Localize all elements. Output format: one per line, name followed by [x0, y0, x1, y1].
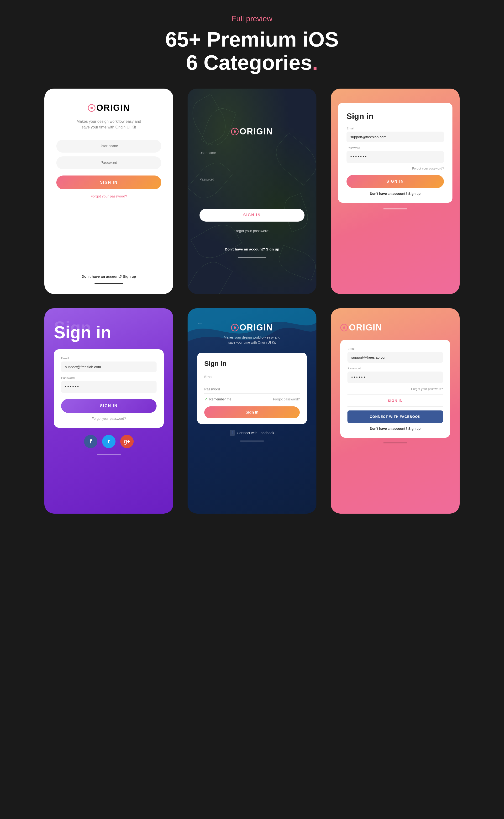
phone6-password-input[interactable] [347, 371, 443, 383]
phone2-password-input[interactable] [199, 183, 305, 194]
phone5-forgot-link[interactable]: Forgot password? [273, 397, 300, 401]
phone3-card-title: Sign in [347, 111, 444, 121]
phone4-title: Sign in [54, 322, 164, 342]
phone6-home-indicator [383, 443, 407, 444]
phone-grid-row1: ORIGIN Makes your design workflow easy a… [44, 89, 460, 294]
phone1-home-indicator [95, 283, 123, 284]
phone1-signup-text: Don't have an account? Sign up [82, 265, 136, 278]
phone3-card: Sign in Email Password Forgot your passw… [338, 103, 452, 203]
phone2-home-indicator [238, 257, 266, 258]
phone5-content: ← ORIGIN Makes your design workflow easy… [197, 320, 307, 442]
phone5-tagline: Makes your design workflow easy andsave … [224, 335, 280, 345]
phone6-email-label: Email [347, 347, 443, 350]
googleplus-icon[interactable]: g+ [120, 435, 134, 448]
phone4-signin-button[interactable]: SIGN IN [61, 399, 157, 413]
phone3-email-input[interactable] [347, 132, 444, 142]
phone4-password-input[interactable] [61, 381, 157, 393]
phone5-remember-row: ✓ Remember me Forgot password? [204, 397, 300, 401]
logo-icon-1 [88, 104, 95, 112]
phone3-email-label: Email [347, 126, 444, 130]
logo-icon-5 [231, 324, 239, 331]
phone-2-dark: ORIGIN User name Password SIGN IN Forgot… [188, 89, 316, 294]
phone6-connect-fb-button[interactable]: CONNECT WITH FACEBOOK [347, 411, 443, 423]
phone-3-coral: Sign in Email Password Forgot your passw… [331, 89, 460, 294]
phone4-card: Email Password SIGN IN Forgot your passw… [54, 349, 164, 428]
phone4-email-label: Email [61, 356, 157, 360]
phone6-email-input[interactable] [347, 352, 443, 363]
phone5-back-arrow[interactable]: ← [197, 320, 203, 327]
phone2-username-input[interactable] [199, 156, 305, 168]
phone1-signin-button[interactable]: SIGN IN [56, 175, 161, 189]
phone1-username-input[interactable] [56, 140, 161, 153]
logo-icon-2 [231, 128, 239, 135]
phone5-home-indicator [240, 441, 264, 442]
phone2-content: ORIGIN User name Password SIGN IN Forgot… [199, 126, 305, 258]
phone1-forgot-link[interactable]: Forgot your password? [90, 194, 127, 198]
phone1-logo: ORIGIN [88, 103, 130, 113]
phone-grid-row2: Sign Sign in Email Password SIGN IN Forg… [44, 308, 460, 514]
phone6-signin-link[interactable]: SIGN IN [347, 394, 443, 406]
phone6-logo: ORIGIN [340, 322, 450, 332]
phone3-home-indicator [383, 208, 407, 209]
phone4-social-icons: f t g+ [54, 435, 164, 448]
phone5-remember-label: Remember me [209, 397, 231, 401]
header-subtitle: Full preview [165, 14, 339, 23]
phone2-username-label: User name [199, 151, 305, 155]
phone3-signin-button[interactable]: SIGN IN [347, 175, 444, 188]
header-title: 65+ Premium iOS 6 Categories. [165, 28, 339, 74]
phone-5-blue: ← ORIGIN Makes your design workflow easy… [188, 308, 316, 514]
phone6-password-label: Password [347, 366, 443, 370]
phone-6-coral2: ORIGIN Email Password Forgot your passwo… [331, 308, 460, 514]
phone3-password-input[interactable] [347, 151, 444, 163]
phone6-signup-text: Don't have an account? Sign up [347, 427, 443, 431]
phone4-home-indicator [97, 454, 121, 455]
phone-4-purple: Sign Sign in Email Password SIGN IN Forg… [44, 308, 173, 514]
check-icon: ✓ [204, 397, 207, 401]
phone2-forgot-link[interactable]: Forgot your password? [234, 229, 270, 233]
phone4-forgot-link[interactable]: Forgot your password? [61, 417, 157, 421]
twitter-icon[interactable]: t [102, 435, 115, 448]
phone5-signin-button[interactable]: Sign In [204, 406, 300, 418]
phone3-signup-text: Don't have an account? Sign up [347, 192, 444, 195]
phone5-email-input[interactable] [204, 372, 300, 381]
phone5-connect-fb[interactable]: f Connect with Facebook [230, 430, 274, 436]
phone2-password-label: Password [199, 177, 305, 181]
phone5-card: Sign In ✓ Remember me Forgot password? S… [197, 353, 307, 424]
phone6-forgot-link[interactable]: Forgot your password? [347, 387, 443, 390]
phone3-password-label: Password [347, 146, 444, 150]
phone1-password-input[interactable] [56, 156, 161, 169]
phone5-password-input[interactable] [204, 385, 300, 394]
phone2-signup-text: Don't have an account? Sign up [225, 247, 279, 251]
phone2-logo: ORIGIN [231, 126, 273, 137]
phone6-card: Email Password Forgot your password? SIG… [340, 340, 450, 438]
phone3-forgot-link[interactable]: Forgot your password? [347, 167, 444, 170]
phone5-logo: ORIGIN [231, 322, 273, 332]
phone5-card-title: Sign In [204, 360, 300, 367]
phone4-password-label: Password [61, 376, 157, 379]
logo-icon-6 [340, 324, 348, 331]
facebook-icon[interactable]: f [84, 435, 97, 448]
phone1-tagline: Makes your design workflow easy andsave … [77, 119, 141, 130]
page-header: Full preview 65+ Premium iOS 6 Categorie… [165, 14, 339, 74]
fb-small-icon: f [230, 430, 235, 436]
phone2-signin-button[interactable]: SIGN IN [199, 209, 305, 221]
phone4-email-input[interactable] [61, 361, 157, 372]
phone-1-white: ORIGIN Makes your design workflow easy a… [44, 89, 173, 294]
